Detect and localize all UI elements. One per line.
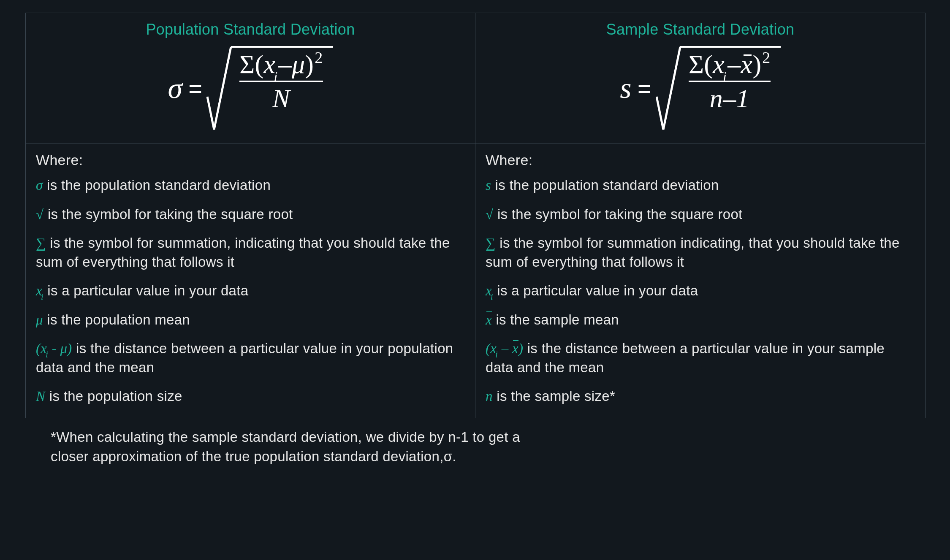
- population-title: Population Standard Deviation: [34, 21, 467, 38]
- where-label: Where:: [36, 152, 465, 168]
- definition-symbol: xi: [36, 283, 43, 298]
- sample-formula: s = Σ( x i –: [620, 46, 780, 130]
- sample-formula-cell: Sample Standard Deviation s = Σ(: [475, 13, 925, 143]
- sample-lhs-symbol: s: [620, 71, 632, 105]
- population-numerator: Σ( x i – μ ) 2: [239, 51, 323, 77]
- definition-item: x is the sample mean: [486, 311, 915, 330]
- definition-symbol: N: [36, 389, 45, 404]
- sample-denominator: n–1: [710, 84, 749, 114]
- definition-item: xi is a particular value in your data: [486, 281, 915, 300]
- definition-symbol: √: [486, 207, 493, 222]
- definition-text: is the population size: [45, 388, 182, 404]
- definition-item: n is the sample size*: [486, 387, 915, 406]
- definition-symbol: s: [486, 178, 491, 193]
- definition-text: is the symbol for summation indicating, …: [486, 235, 900, 270]
- definition-symbol: √: [36, 207, 43, 222]
- sample-fraction: Σ( x i – x ) 2 n–1: [681, 48, 781, 114]
- definition-item: ∑ is the symbol for summation indicating…: [486, 234, 915, 271]
- definition-item: μ is the population mean: [36, 311, 465, 330]
- definition-item: ∑ is the symbol for summation, indicatin…: [36, 234, 465, 271]
- definition-symbol: n: [486, 389, 493, 404]
- definition-symbol: xi: [486, 283, 493, 298]
- definition-text: is the symbol for summation, indicating …: [36, 235, 450, 270]
- equals-sign: =: [188, 75, 202, 102]
- definition-item: √ is the symbol for taking the square ro…: [486, 205, 915, 224]
- footnote: *When calculating the sample standard de…: [25, 427, 925, 466]
- radical-icon: Σ( x i – μ ) 2 N: [206, 46, 333, 130]
- definition-text: is the distance between a particular val…: [486, 341, 885, 375]
- population-definitions-cell: Where: σ is the population standard devi…: [26, 143, 475, 418]
- definition-symbol: μ: [36, 312, 43, 327]
- population-formula-cell: Population Standard Deviation σ = Σ(: [26, 13, 475, 143]
- population-lhs-symbol: σ: [168, 71, 182, 105]
- sample-definitions-cell: Where: s is the population standard devi…: [475, 143, 925, 418]
- definition-text: is the symbol for taking the square root: [43, 206, 293, 222]
- definition-item: N is the population size: [36, 387, 465, 406]
- definition-text: is a particular value in your data: [493, 283, 698, 298]
- sample-numerator: Σ( x i – x ) 2: [689, 51, 771, 77]
- definition-text: is the sample size*: [493, 388, 615, 404]
- sample-title: Sample Standard Deviation: [484, 21, 917, 38]
- definition-item: σ is the population standard deviation: [36, 176, 465, 195]
- definition-text: is the distance between a particular val…: [36, 341, 453, 375]
- definition-text: is the population standard deviation: [43, 177, 271, 193]
- definition-item: xi is a particular value in your data: [36, 281, 465, 300]
- definition-symbol: x: [486, 312, 492, 327]
- definition-symbol: (xi - μ): [36, 341, 72, 356]
- population-denominator: N: [272, 84, 290, 114]
- population-fraction: Σ( x i – μ ) 2 N: [232, 48, 333, 114]
- definition-symbol: (xi – x): [486, 341, 523, 356]
- definition-text: is the population mean: [43, 312, 190, 327]
- definition-item: (xi - μ) is the distance between a parti…: [36, 339, 465, 377]
- definition-item: s is the population standard deviation: [486, 176, 915, 195]
- definition-symbol: σ: [36, 178, 43, 193]
- footnote-line-1: *When calculating the sample standard de…: [51, 427, 925, 447]
- definition-symbol: ∑: [486, 235, 496, 251]
- sample-definitions-list: s is the population standard deviation√ …: [486, 176, 915, 406]
- population-definitions-list: σ is the population standard deviation√ …: [36, 176, 465, 406]
- equals-sign: =: [638, 75, 651, 102]
- where-label: Where:: [486, 152, 915, 168]
- definition-text: is the population standard deviation: [491, 177, 719, 193]
- definition-text: is the symbol for taking the square root: [493, 206, 742, 222]
- population-formula: σ = Σ( x i –: [168, 46, 333, 130]
- definition-item: (xi – x) is the distance between a parti…: [486, 339, 915, 377]
- definition-item: √ is the symbol for taking the square ro…: [36, 205, 465, 224]
- sd-table: Population Standard Deviation σ = Σ(: [25, 13, 926, 418]
- definition-text: is a particular value in your data: [43, 283, 249, 298]
- radical-icon: Σ( x i – x ) 2 n–1: [656, 46, 781, 130]
- definition-text: is the sample mean: [492, 312, 619, 327]
- footnote-line-2: closer approximation of the true populat…: [51, 447, 925, 466]
- page-root: Population Standard Deviation σ = Σ(: [0, 0, 950, 560]
- x-bar-symbol: x: [741, 51, 753, 77]
- definition-symbol: ∑: [36, 235, 46, 251]
